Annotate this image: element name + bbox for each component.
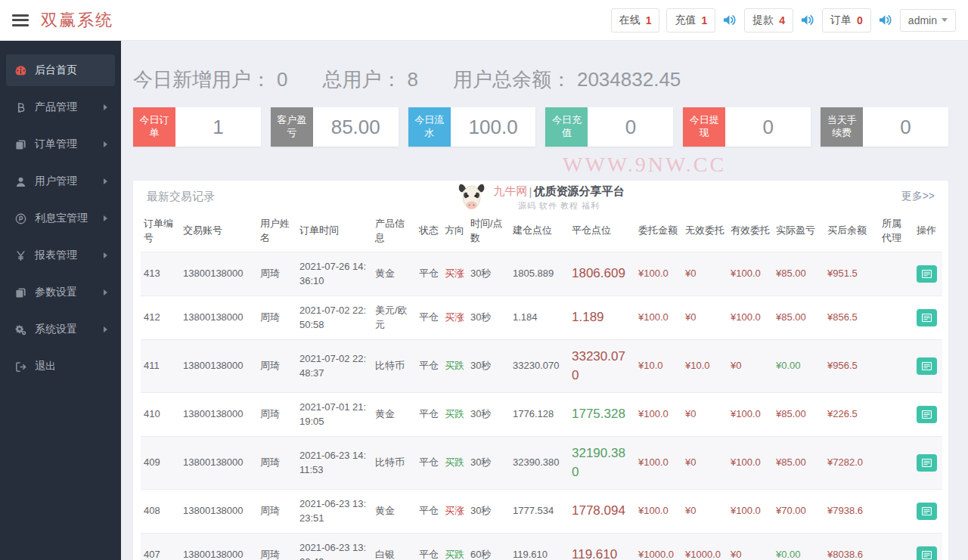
sidebar-item-products[interactable]: 产品管理 — [6, 91, 115, 123]
order-id-cell: 408 — [141, 489, 180, 533]
view-detail-button[interactable] — [917, 406, 937, 423]
action-cell — [914, 295, 942, 339]
user-name-cell: 周琦 — [257, 392, 296, 436]
badge-label: 提款 — [752, 14, 774, 27]
column-header: 实际盈亏 — [773, 212, 824, 252]
orders-speaker-icon[interactable] — [878, 13, 893, 28]
stat-label: 今日新增用户： — [133, 67, 271, 93]
sidebar-item-users[interactable]: 用户管理 — [6, 166, 115, 197]
user-name-cell: 周琦 — [257, 533, 296, 560]
orders-badge[interactable]: 订单0 — [822, 8, 871, 32]
detail-icon — [922, 459, 932, 467]
column-header: 平仓点位 — [569, 212, 635, 252]
order-time-cell: 2021-06-23 13:22:49 — [296, 533, 372, 560]
withdraw-badge[interactable]: 提款4 — [744, 8, 793, 32]
open-price-cell: 32390.380 — [510, 436, 569, 489]
sidebar-item-logout[interactable]: 退出 — [6, 351, 115, 382]
table-row: 40713800138000周琦2021-06-23 13:22:49白银平仓买… — [141, 533, 942, 560]
sidebar-item-dashboard[interactable]: 后台首页 — [6, 54, 115, 86]
stat-new-users: 今日新增用户：0 — [133, 67, 287, 93]
sidebar-item-interest[interactable]: 利息宝管理 — [6, 203, 115, 234]
recharge-speaker-icon[interactable] — [722, 13, 737, 28]
stat-cards: 今日订单1客户盈亏85.00今日流水100.0今日充值0今日提现0当天手续费0 — [133, 107, 948, 147]
agent-cell — [879, 489, 914, 533]
action-cell — [914, 392, 942, 436]
column-header: 用户姓名 — [257, 212, 296, 252]
view-detail-button[interactable] — [917, 357, 937, 375]
detail-icon — [922, 314, 932, 322]
trades-table: 订单编号交易账号用户姓名订单时间产品信息状态方向时间/点数建仓点位平仓点位委托金… — [141, 212, 942, 560]
recharge-badge[interactable]: 充值1 — [666, 8, 715, 32]
card-label: 当天手续费 — [821, 107, 863, 147]
close-price-cell: 33230.070 — [569, 339, 635, 392]
valid-amount-cell: ¥100.0 — [728, 489, 773, 533]
invalid-amount-cell: ¥1000.0 — [682, 533, 728, 560]
site-watermark: WWW.9NW.CC — [563, 153, 726, 177]
more-link[interactable]: 更多>> — [901, 190, 935, 203]
status-cell: 平仓 — [416, 436, 442, 489]
view-detail-button[interactable] — [917, 265, 937, 283]
direction-cell: 买跌 — [442, 436, 467, 489]
account-cell: 13800138000 — [180, 489, 257, 533]
invalid-amount-cell: ¥0 — [682, 489, 728, 533]
order-time-cell: 2021-06-23 14:11:53 — [296, 436, 372, 489]
order-time-cell: 2021-07-26 14:36:10 — [296, 252, 372, 295]
order-id-cell: 413 — [141, 252, 180, 295]
order-time-cell: 2021-07-02 22:48:37 — [296, 339, 372, 392]
valid-amount-cell: ¥100.0 — [728, 392, 773, 436]
open-price-cell: 119.610 — [510, 533, 569, 560]
sidebar-item-label: 系统设置 — [35, 323, 77, 336]
column-header: 买后余额 — [824, 212, 879, 252]
action-cell — [914, 252, 942, 295]
close-price-cell: 32190.380 — [569, 436, 635, 489]
card-today-orders: 今日订单1 — [133, 107, 261, 147]
chevron-right-icon — [104, 215, 107, 221]
invalid-amount-cell: ¥0 — [682, 392, 728, 436]
balance-after-cell: ¥7282.0 — [824, 436, 879, 489]
admin-user-menu[interactable]: admin — [900, 9, 956, 32]
order-time-cell: 2021-07-01 21:19:05 — [296, 392, 372, 436]
open-price-cell: 1777.534 — [510, 489, 569, 533]
action-cell — [914, 436, 942, 489]
hamburger-menu-icon[interactable] — [12, 14, 29, 26]
withdraw-speaker-icon[interactable] — [800, 13, 815, 28]
sidebar-item-orders[interactable]: 订单管理 — [6, 128, 115, 160]
valid-amount-cell: ¥100.0 — [728, 252, 773, 295]
column-header: 委托金额 — [635, 212, 682, 252]
view-detail-button[interactable] — [917, 454, 937, 472]
app-logo: 双赢系统 — [41, 9, 113, 32]
sidebar-item-label: 后台首页 — [35, 63, 77, 77]
direction-cell: 买涨 — [442, 295, 467, 339]
online-badge[interactable]: 在线1 — [611, 8, 660, 32]
column-header: 建仓点位 — [510, 212, 569, 252]
valid-amount-cell: ¥0 — [728, 533, 773, 560]
brand-banner: 九牛网 | 优质资源分享平台 源码 软件 教程 福利 — [458, 183, 625, 213]
balance-after-cell: ¥856.5 — [824, 295, 879, 339]
dashboard-icon — [14, 63, 27, 77]
balance-after-cell: ¥8038.6 — [824, 533, 879, 560]
view-detail-button[interactable] — [917, 309, 937, 326]
brand-site-name: 九牛网 — [494, 184, 528, 199]
chevron-down-icon — [942, 18, 948, 22]
order-id-cell: 410 — [141, 392, 180, 436]
table-row: 41113800138000周琦2021-07-02 22:48:37比特币平仓… — [141, 339, 942, 392]
sidebar-item-reports[interactable]: 报表管理 — [6, 240, 115, 271]
agent-cell — [879, 436, 914, 489]
column-header: 状态 — [416, 212, 442, 252]
close-price-cell: 119.610 — [569, 533, 635, 560]
close-price-cell: 1775.328 — [569, 392, 635, 436]
card-label: 今日充值 — [545, 107, 588, 147]
chevron-right-icon — [104, 252, 107, 258]
yen-icon — [14, 249, 27, 262]
view-detail-button[interactable] — [917, 546, 937, 560]
duration-cell: 30秒 — [467, 339, 510, 392]
direction-cell: 买跌 — [442, 392, 467, 436]
view-detail-button[interactable] — [917, 503, 937, 520]
detail-icon — [922, 362, 932, 370]
topbar-right: 在线1充值1提款4订单0admin — [611, 8, 956, 32]
sidebar-item-params[interactable]: 参数设置 — [6, 277, 115, 308]
copy-icon — [14, 286, 27, 299]
close-price-cell: 1806.609 — [569, 252, 635, 295]
sidebar-item-system[interactable]: 系统设置 — [6, 314, 115, 345]
panel-header: 最新交易记录 九牛网 | — [141, 181, 941, 212]
